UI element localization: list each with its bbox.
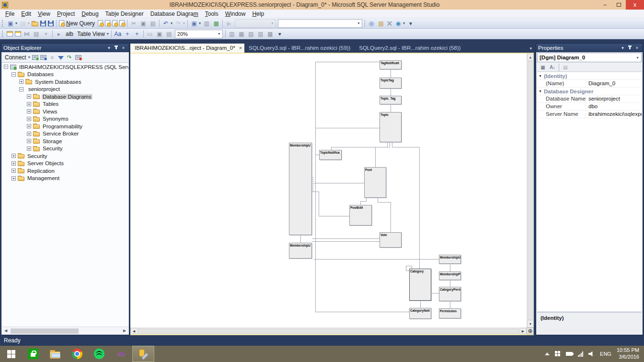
- object-explorer-hscrollbar[interactable]: ◀ ▶: [2, 327, 128, 334]
- refresh-icon[interactable]: ↷: [65, 53, 74, 62]
- analysis-services-mdx-query-icon[interactable]: [104, 19, 111, 28]
- close-button[interactable]: x: [626, 0, 644, 10]
- expand-icon[interactable]: +: [12, 169, 16, 173]
- expand-icon[interactable]: +: [27, 132, 31, 136]
- action-center-icon[interactable]: [555, 351, 561, 357]
- new-connection-icon[interactable]: ▣▾: [6, 19, 18, 28]
- language-indicator[interactable]: ENG: [600, 351, 611, 357]
- tree-item-views[interactable]: +Views: [2, 108, 128, 115]
- relationship-labels-icon[interactable]: ▥: [227, 29, 237, 39]
- alphabetical-icon[interactable]: A↓: [548, 63, 557, 72]
- canvas-vscrollbar[interactable]: ▲ ▼: [527, 54, 534, 328]
- battery-icon[interactable]: [566, 352, 573, 356]
- entity-categorynoti[interactable]: CategoryNoti: [409, 308, 431, 319]
- taskbar-visual-studio-button[interactable]: ∞: [110, 346, 132, 362]
- save-all-icon[interactable]: [47, 19, 55, 28]
- entity-topic_tag[interactable]: Topic_Tag: [380, 96, 402, 104]
- disconnect-server-icon[interactable]: [39, 53, 47, 62]
- properties-window-icon[interactable]: ▤: [376, 19, 386, 28]
- new-table-icon[interactable]: [6, 29, 14, 39]
- entity-category[interactable]: Category: [409, 269, 431, 301]
- add-table-icon[interactable]: [14, 29, 22, 39]
- save-to-web-icon[interactable]: ▥: [202, 19, 211, 28]
- text-annotation-button[interactable]: alb: [64, 29, 75, 39]
- chevron-down-icon[interactable]: ▾: [356, 21, 362, 25]
- tree-item-replication[interactable]: +Replication: [2, 167, 128, 175]
- property-value[interactable]: seniorproject: [586, 95, 642, 102]
- collapse-icon[interactable]: −: [19, 87, 23, 91]
- close-icon[interactable]: ×: [120, 45, 127, 50]
- menu-tools[interactable]: Tools: [202, 10, 222, 18]
- close-icon[interactable]: ×: [239, 45, 242, 51]
- window-position-icon[interactable]: ▾: [105, 45, 113, 50]
- tree-item-service-broker[interactable]: +Service Broker: [2, 130, 128, 138]
- entity-topicnotifica[interactable]: TopicNotifica: [319, 150, 342, 160]
- taskbar-store-button[interactable]: [22, 346, 44, 362]
- pin-icon[interactable]: [626, 45, 633, 50]
- expand-icon[interactable]: +: [27, 139, 31, 143]
- collapse-icon[interactable]: −: [4, 65, 8, 69]
- tab-1[interactable]: IBRAHIMOZEKICI\S...oject - Diagram_0*×: [130, 44, 244, 53]
- property-row--name-[interactable]: (Name)Diagram_0: [537, 80, 642, 88]
- autosize-tables-icon[interactable]: ▤: [164, 29, 174, 39]
- tools-options-icon[interactable]: [386, 19, 393, 28]
- menu-window[interactable]: Window: [222, 10, 249, 18]
- entity-membershipp[interactable]: MembershipP: [439, 272, 461, 280]
- menu-database-diagram[interactable]: Database Diagram: [147, 10, 202, 18]
- taskbar-start-button[interactable]: [0, 346, 22, 362]
- view-page-breaks-icon[interactable]: ▦: [237, 29, 246, 39]
- expand-icon[interactable]: +: [27, 147, 31, 151]
- analysis-services-dmx-query-icon[interactable]: [111, 19, 118, 28]
- undo-icon[interactable]: ↶▾: [161, 19, 173, 28]
- recolor-tables-icon[interactable]: Aa: [113, 29, 123, 39]
- toolbar-options-icon[interactable]: ▾: [275, 29, 285, 39]
- expand-icon[interactable]: +: [27, 109, 31, 113]
- align-tables-v-icon[interactable]: +: [132, 29, 142, 39]
- tree-item-server-objects[interactable]: +Server Objects: [2, 160, 128, 168]
- restore-button[interactable]: [612, 0, 626, 10]
- property-row-owner[interactable]: Ownerdbo: [537, 103, 642, 111]
- clock[interactable]: 10:55 PM 3/6/2016: [617, 347, 639, 361]
- tree-item-database-diagrams[interactable]: +Database Diagrams: [2, 93, 128, 101]
- relationships-icon[interactable]: ⋈: [22, 29, 32, 39]
- arrange-tables-icon[interactable]: ▣: [155, 29, 164, 39]
- tree-item-management[interactable]: +Management: [2, 175, 128, 182]
- menu-file[interactable]: File: [2, 10, 18, 18]
- collapse-icon[interactable]: ▼: [539, 74, 542, 78]
- tree-item-security[interactable]: +Security: [2, 152, 128, 160]
- web-browser-icon[interactable]: ◉▾: [393, 19, 406, 28]
- entity-post[interactable]: Post: [364, 167, 386, 198]
- tree-item-databases[interactable]: −Databases: [2, 71, 128, 79]
- menu-debug[interactable]: Debug: [78, 10, 102, 18]
- paste-icon[interactable]: ▤: [148, 19, 158, 28]
- collapse-icon[interactable]: −: [12, 72, 16, 77]
- connect-server-icon[interactable]: [31, 53, 39, 62]
- categorized-icon[interactable]: ▦: [538, 63, 548, 72]
- database-diagram[interactable]: TagNotificatiTopicTagTopic_TagTopicMembe…: [130, 54, 527, 328]
- tree-item-storage[interactable]: +Storage: [2, 137, 128, 145]
- redo-icon[interactable]: ↷▾: [173, 19, 186, 28]
- tab-list-chevron-icon[interactable]: ▾: [529, 46, 532, 51]
- table-view-button[interactable]: Table View▾: [75, 29, 110, 39]
- align-tables-h-icon[interactable]: +: [123, 29, 132, 39]
- entity-topic[interactable]: Topic: [380, 112, 402, 142]
- scroll-thumb[interactable]: [11, 328, 79, 334]
- menu-project[interactable]: Project: [54, 10, 78, 18]
- taskbar-chrome-button[interactable]: [66, 346, 88, 362]
- primary-key-icon[interactable]: +: [41, 29, 51, 39]
- save-icon[interactable]: [39, 19, 47, 28]
- property-category-database-designer[interactable]: ▼Database Designer: [537, 88, 642, 95]
- database-engine-query-icon[interactable]: [97, 19, 104, 28]
- open-file-icon[interactable]: [31, 19, 39, 28]
- arrange-selection-icon[interactable]: ▭: [145, 29, 155, 39]
- remove-server-icon[interactable]: [74, 53, 82, 62]
- collapse-icon[interactable]: ▼: [539, 90, 542, 93]
- tray-expand-icon[interactable]: [545, 352, 550, 355]
- chevron-down-icon[interactable]: ▾: [269, 21, 276, 25]
- tab-3[interactable]: SQLQuery2.sql - IBR...rahim ozekici (58)…: [355, 44, 465, 53]
- expand-icon[interactable]: +: [27, 102, 31, 106]
- chevron-down-icon[interactable]: ▾: [216, 32, 222, 36]
- entity-membershipu[interactable]: MembershipU: [439, 255, 461, 264]
- pan-button[interactable]: ⊕: [527, 328, 534, 334]
- entity-categoryperm[interactable]: CategoryPerm: [439, 287, 461, 301]
